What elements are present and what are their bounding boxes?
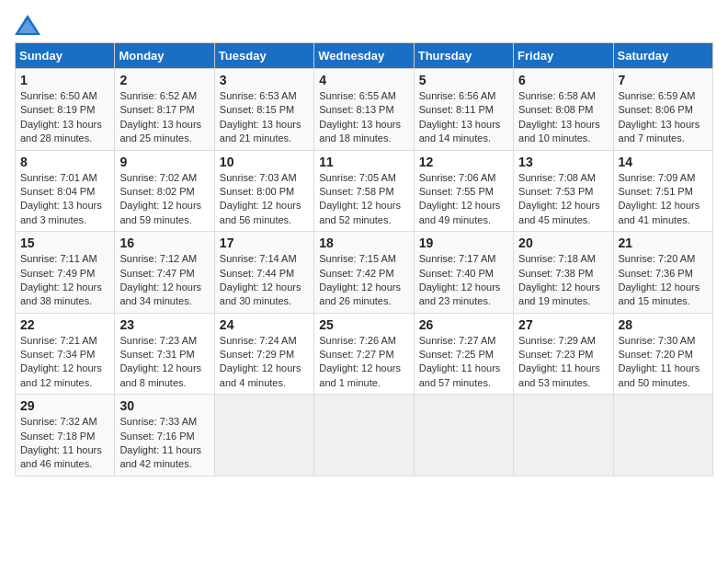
sunrise: Sunrise: 7:09 AM	[619, 172, 696, 183]
sunrise: Sunrise: 7:26 AM	[319, 335, 396, 346]
daylight: Daylight: 13 hours and 3 minutes.	[20, 200, 102, 224]
calendar-cell	[514, 395, 613, 477]
week-row-2: 8 Sunrise: 7:01 AM Sunset: 8:04 PM Dayli…	[16, 150, 713, 232]
calendar-cell: 4 Sunrise: 6:55 AM Sunset: 8:13 PM Dayli…	[314, 69, 414, 151]
day-number: 28	[619, 317, 708, 332]
sunset: Sunset: 8:19 PM	[20, 104, 95, 115]
day-number: 26	[419, 317, 508, 332]
day-info: Sunrise: 7:05 AM Sunset: 7:58 PM Dayligh…	[319, 171, 408, 228]
daylight: Daylight: 13 hours and 28 minutes.	[20, 119, 102, 144]
calendar-cell: 7 Sunrise: 6:59 AM Sunset: 8:06 PM Dayli…	[613, 69, 712, 151]
day-number: 22	[20, 317, 109, 332]
weekday-header-friday: Friday	[514, 43, 613, 69]
sunset: Sunset: 7:47 PM	[119, 268, 194, 279]
sunrise: Sunrise: 6:53 AM	[220, 90, 297, 101]
sunset: Sunset: 8:15 PM	[220, 104, 294, 115]
daylight: Daylight: 13 hours and 10 minutes.	[518, 119, 600, 144]
calendar-cell: 29 Sunrise: 7:32 AM Sunset: 7:18 PM Dayl…	[16, 395, 115, 477]
day-number: 12	[419, 155, 508, 169]
day-number: 5	[419, 73, 508, 87]
daylight: Daylight: 13 hours and 7 minutes.	[619, 119, 700, 144]
day-number: 18	[319, 236, 408, 250]
calendar-cell	[414, 395, 513, 477]
day-number: 14	[619, 155, 708, 169]
sunset: Sunset: 7:38 PM	[518, 268, 593, 279]
sunrise: Sunrise: 7:23 AM	[119, 335, 197, 346]
day-number: 17	[220, 236, 309, 250]
sunrise: Sunrise: 7:06 AM	[419, 172, 496, 183]
day-info: Sunrise: 7:15 AM Sunset: 7:42 PM Dayligh…	[319, 252, 408, 309]
daylight: Daylight: 11 hours and 53 minutes.	[518, 362, 600, 387]
sunrise: Sunrise: 7:27 AM	[419, 335, 496, 346]
day-info: Sunrise: 7:23 AM Sunset: 7:31 PM Dayligh…	[119, 334, 209, 391]
calendar-cell	[613, 395, 712, 477]
daylight: Daylight: 12 hours and 56 minutes.	[220, 200, 301, 224]
daylight: Daylight: 11 hours and 57 minutes.	[419, 362, 501, 387]
day-info: Sunrise: 7:14 AM Sunset: 7:44 PM Dayligh…	[220, 252, 309, 309]
day-info: Sunrise: 7:18 AM Sunset: 7:38 PM Dayligh…	[518, 252, 608, 309]
day-number: 23	[119, 317, 209, 332]
sunset: Sunset: 8:02 PM	[119, 186, 194, 197]
calendar-cell	[314, 395, 414, 477]
day-number: 16	[119, 236, 209, 250]
day-info: Sunrise: 7:11 AM Sunset: 7:49 PM Dayligh…	[20, 252, 109, 309]
calendar-cell: 12 Sunrise: 7:06 AM Sunset: 7:55 PM Dayl…	[414, 150, 513, 232]
daylight: Daylight: 13 hours and 25 minutes.	[119, 119, 201, 144]
calendar-cell: 19 Sunrise: 7:17 AM Sunset: 7:40 PM Dayl…	[414, 232, 513, 314]
sunset: Sunset: 7:23 PM	[518, 349, 593, 360]
day-number: 9	[119, 155, 209, 169]
sunrise: Sunrise: 7:21 AM	[20, 335, 97, 346]
weekday-header-sunday: Sunday	[16, 43, 115, 69]
daylight: Daylight: 12 hours and 19 minutes.	[518, 282, 600, 306]
sunrise: Sunrise: 7:20 AM	[619, 253, 696, 264]
day-info: Sunrise: 7:21 AM Sunset: 7:34 PM Dayligh…	[20, 334, 109, 391]
day-info: Sunrise: 7:06 AM Sunset: 7:55 PM Dayligh…	[419, 171, 508, 228]
daylight: Daylight: 12 hours and 4 minutes.	[220, 362, 301, 387]
sunrise: Sunrise: 6:59 AM	[619, 90, 696, 101]
sunrise: Sunrise: 6:50 AM	[20, 90, 97, 101]
daylight: Daylight: 12 hours and 41 minutes.	[619, 200, 700, 224]
logo-icon	[15, 15, 40, 35]
weekday-header-thursday: Thursday	[414, 43, 513, 69]
sunrise: Sunrise: 6:55 AM	[319, 90, 396, 101]
sunset: Sunset: 7:25 PM	[419, 349, 494, 360]
sunset: Sunset: 7:27 PM	[319, 349, 393, 360]
sunset: Sunset: 8:17 PM	[119, 104, 194, 115]
sunrise: Sunrise: 6:58 AM	[518, 90, 596, 101]
week-row-4: 22 Sunrise: 7:21 AM Sunset: 7:34 PM Dayl…	[16, 313, 713, 395]
sunset: Sunset: 7:20 PM	[619, 349, 693, 360]
sunset: Sunset: 8:13 PM	[319, 104, 393, 115]
calendar-cell: 10 Sunrise: 7:03 AM Sunset: 8:00 PM Dayl…	[214, 150, 313, 232]
calendar-cell	[214, 395, 313, 477]
calendar-cell: 8 Sunrise: 7:01 AM Sunset: 8:04 PM Dayli…	[16, 150, 115, 232]
day-info: Sunrise: 6:55 AM Sunset: 8:13 PM Dayligh…	[319, 89, 408, 146]
logo	[15, 15, 48, 35]
weekday-header-tuesday: Tuesday	[214, 43, 313, 69]
day-number: 10	[220, 155, 309, 169]
sunrise: Sunrise: 7:08 AM	[518, 172, 596, 183]
daylight: Daylight: 12 hours and 26 minutes.	[319, 282, 401, 306]
week-row-3: 15 Sunrise: 7:11 AM Sunset: 7:49 PM Dayl…	[16, 232, 713, 314]
sunrise: Sunrise: 7:11 AM	[20, 253, 97, 264]
sunset: Sunset: 7:36 PM	[619, 268, 693, 279]
sunset: Sunset: 7:42 PM	[319, 268, 393, 279]
calendar-cell: 15 Sunrise: 7:11 AM Sunset: 7:49 PM Dayl…	[16, 232, 115, 314]
daylight: Daylight: 12 hours and 45 minutes.	[518, 200, 600, 224]
calendar-cell: 28 Sunrise: 7:30 AM Sunset: 7:20 PM Dayl…	[613, 313, 712, 395]
day-info: Sunrise: 7:17 AM Sunset: 7:40 PM Dayligh…	[419, 252, 508, 309]
day-number: 3	[220, 73, 309, 87]
sunset: Sunset: 7:40 PM	[419, 268, 494, 279]
sunrise: Sunrise: 6:56 AM	[419, 90, 496, 101]
sunrise: Sunrise: 7:17 AM	[419, 253, 496, 264]
sunrise: Sunrise: 7:33 AM	[119, 416, 197, 427]
calendar-cell: 9 Sunrise: 7:02 AM Sunset: 8:02 PM Dayli…	[115, 150, 214, 232]
sunset: Sunset: 8:08 PM	[518, 104, 593, 115]
day-info: Sunrise: 7:09 AM Sunset: 7:51 PM Dayligh…	[619, 171, 708, 228]
day-number: 30	[119, 398, 209, 413]
sunrise: Sunrise: 7:29 AM	[518, 335, 596, 346]
calendar-cell: 22 Sunrise: 7:21 AM Sunset: 7:34 PM Dayl…	[16, 313, 115, 395]
day-number: 15	[20, 236, 109, 250]
day-info: Sunrise: 6:59 AM Sunset: 8:06 PM Dayligh…	[619, 89, 708, 146]
day-number: 7	[619, 73, 708, 87]
sunset: Sunset: 7:29 PM	[220, 349, 294, 360]
